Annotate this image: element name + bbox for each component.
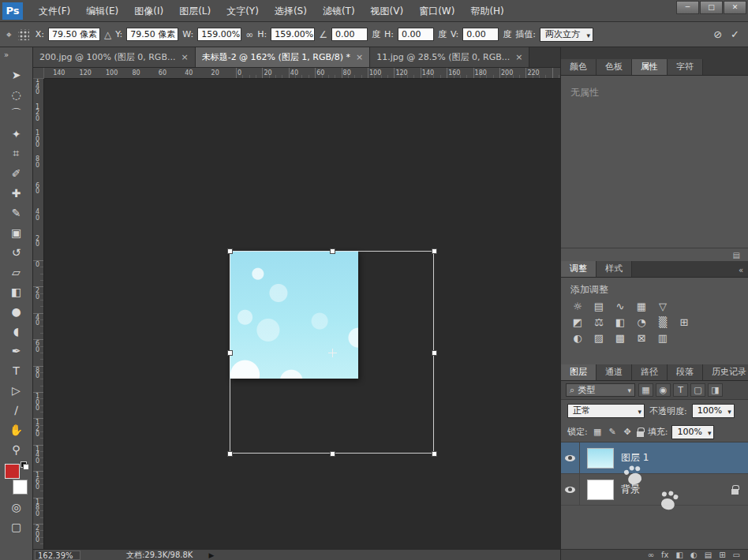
layer-group-icon[interactable]: ▤ — [705, 550, 712, 560]
panel-tab[interactable]: 色板 — [597, 59, 632, 75]
panel-tab[interactable]: 图层 — [561, 364, 597, 380]
layer-thumbnail[interactable] — [587, 480, 614, 500]
marquee-tool[interactable]: ◌ — [0, 84, 32, 104]
maximize-button[interactable]: □ — [700, 1, 723, 14]
layer-row[interactable]: 背景 — [561, 474, 748, 506]
height-input[interactable]: 159.00% — [271, 28, 315, 41]
quick-selection-tool[interactable]: ✦ — [0, 124, 32, 144]
eyedropper-tool[interactable]: ✐ — [0, 163, 32, 183]
y-input[interactable]: 79.50 像素 — [126, 28, 178, 41]
reference-point-grid[interactable] — [18, 29, 29, 40]
delta-toggle-icon[interactable]: △ — [104, 29, 111, 40]
panel-tab[interactable]: 历史记录 — [703, 364, 748, 380]
adjustment-icon[interactable]: ▨ — [592, 332, 606, 345]
link-layers-icon[interactable]: ∞ — [648, 550, 654, 560]
width-input[interactable]: 159.00% — [197, 28, 241, 41]
cancel-transform-icon[interactable]: ⊘ — [711, 28, 724, 40]
tab-close-icon[interactable]: × — [515, 52, 522, 62]
transform-handle[interactable] — [432, 350, 437, 356]
background-color-swatch[interactable] — [13, 480, 28, 495]
menu-item[interactable]: 选择(S) — [267, 0, 315, 22]
lock-transparency-icon[interactable]: ▦ — [592, 426, 604, 439]
line-tool[interactable]: ∕ — [0, 400, 32, 420]
ruler-v[interactable]: 1401201008060402002040608010012014016018… — [33, 79, 44, 549]
interpolation-select[interactable]: 两次立方 — [540, 28, 593, 42]
adjustment-icon[interactable]: ⊞ — [677, 316, 691, 329]
h-skew-input[interactable]: 0.00 — [398, 28, 434, 41]
default-swatches-icon[interactable] — [21, 461, 29, 470]
layer-filter-select[interactable]: ⌕ 类型 ▾ — [566, 383, 635, 397]
canvas[interactable] — [44, 79, 560, 549]
type-tool[interactable]: T — [0, 360, 32, 380]
filter-smart-objects-icon[interactable]: ◨ — [708, 383, 723, 397]
panel-tab[interactable]: 段落 — [668, 364, 703, 380]
trash-icon[interactable]: ▤ — [733, 251, 740, 259]
doc-tab[interactable]: 11.jpg @ 28.5% (图层 0, RGB...× — [370, 47, 529, 67]
commit-transform-icon[interactable]: ✓ — [728, 28, 742, 40]
adjustment-icon[interactable]: ▩ — [613, 332, 627, 345]
layer-visibility-toggle[interactable] — [561, 442, 580, 473]
transform-handle[interactable] — [227, 248, 233, 254]
crop-tool[interactable]: ⌗ — [0, 144, 32, 163]
healing-brush-tool[interactable]: ✚ — [0, 183, 32, 203]
angle-input[interactable]: 0.00 — [331, 28, 368, 41]
pen-tool[interactable]: ✒ — [0, 341, 32, 360]
hand-tool[interactable]: ✋ — [0, 420, 32, 439]
screen-mode-button[interactable]: ▢ — [0, 517, 32, 536]
ruler-h[interactable]: 1401201008060402002040608010012014016018… — [44, 68, 560, 79]
menu-item[interactable]: 文字(Y) — [219, 0, 267, 22]
panel-tab[interactable]: 通道 — [597, 364, 632, 380]
transform-handle[interactable] — [432, 248, 437, 254]
link-dimensions-icon[interactable]: ∞ — [245, 29, 253, 40]
lock-all-icon[interactable] — [637, 431, 644, 437]
adjustment-icon[interactable]: ▥ — [656, 332, 670, 345]
eraser-tool[interactable]: ▱ — [0, 262, 32, 282]
menu-item[interactable]: 图像(I) — [126, 0, 171, 22]
delete-layer-icon[interactable]: ▭ — [733, 550, 740, 560]
foreground-color-swatch[interactable] — [5, 464, 20, 479]
layer-mask-icon[interactable]: ◧ — [676, 550, 683, 560]
adjustment-icon[interactable]: ◐ — [570, 332, 585, 345]
menu-item[interactable]: 窗口(W) — [411, 0, 462, 22]
adjustment-icon[interactable]: ◧ — [613, 316, 627, 329]
x-input[interactable]: 79.50 像素 — [48, 28, 100, 41]
tool-preset-icon[interactable]: ⌖ — [6, 29, 12, 40]
panel-tab[interactable]: 属性 — [632, 59, 668, 75]
transform-reference-point[interactable] — [328, 349, 337, 357]
transform-handle[interactable] — [227, 451, 233, 457]
quick-mask-button[interactable]: ◎ — [0, 497, 32, 517]
adjustment-icon[interactable]: ▽ — [656, 301, 670, 313]
path-selection-tool[interactable]: ▷ — [0, 380, 32, 400]
adjustment-icon[interactable]: ▤ — [592, 301, 606, 313]
filter-pixel-layers-icon[interactable]: ▦ — [638, 383, 653, 397]
blend-mode-select[interactable]: 正常 — [567, 404, 645, 418]
transform-handle[interactable] — [227, 350, 233, 356]
transform-handle[interactable] — [330, 248, 335, 254]
menu-item[interactable]: 帮助(H) — [462, 0, 511, 22]
menu-item[interactable]: 文件(F) — [31, 0, 78, 22]
menu-item[interactable]: 图层(L) — [171, 0, 219, 22]
v-skew-input[interactable]: 0.00 — [462, 28, 499, 41]
move-tool[interactable]: ➤ — [0, 65, 32, 84]
panel-tab[interactable]: 样式 — [597, 261, 632, 277]
minimize-button[interactable]: ─ — [676, 1, 699, 14]
layer-effects-icon[interactable]: fx — [661, 550, 668, 560]
dodge-tool[interactable]: ◖ — [0, 321, 32, 341]
transform-handle[interactable] — [330, 451, 335, 457]
adjustment-layer-icon[interactable]: ◐ — [690, 550, 698, 560]
panel-tab[interactable]: 颜色 — [561, 59, 597, 75]
panel-tab[interactable]: 调整 — [561, 261, 597, 277]
adjustment-icon[interactable]: ▦ — [634, 301, 649, 313]
menu-item[interactable]: 视图(V) — [363, 0, 412, 22]
menu-item[interactable]: 滤镜(T) — [315, 0, 363, 22]
adjustment-icon[interactable]: ⊠ — [634, 332, 649, 345]
adjustment-icon[interactable]: ▒ — [656, 316, 670, 329]
transform-handle[interactable] — [432, 451, 437, 457]
adjustment-icon[interactable]: ∿ — [613, 301, 627, 313]
blur-tool[interactable]: ● — [0, 301, 32, 321]
panel-tab[interactable]: 路径 — [632, 364, 668, 380]
zoom-tool[interactable]: ⚲ — [0, 439, 32, 459]
fill-select[interactable]: 100% — [671, 425, 714, 439]
brush-tool[interactable]: ✎ — [0, 203, 32, 222]
tab-close-icon[interactable]: × — [181, 52, 188, 62]
